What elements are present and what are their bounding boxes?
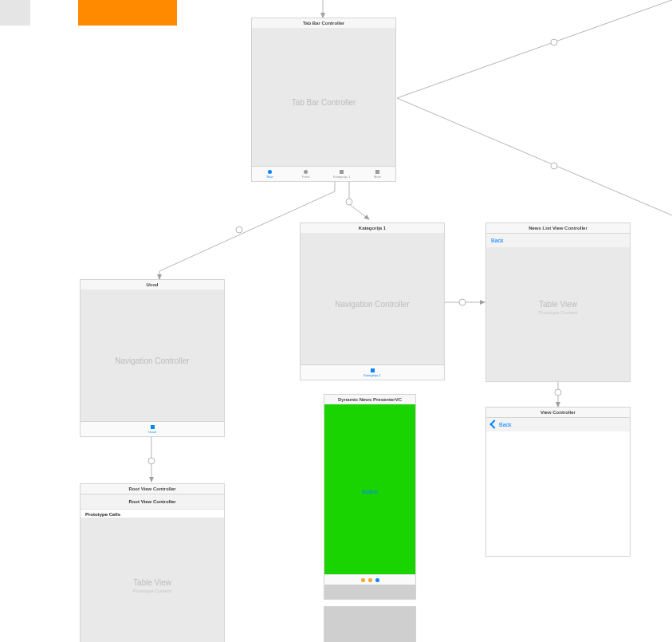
tab-item-3[interactable]: More — [360, 167, 395, 181]
tab-bar: Novi Feed Kategorija 1 More — [252, 166, 395, 181]
scene-title: Root View Controller — [81, 484, 224, 494]
chevron-left-icon — [489, 419, 498, 428]
tab-bar: Kategorija 1 — [301, 364, 444, 380]
tab-item-1[interactable]: Feed — [288, 167, 324, 181]
scene-partial-bottom[interactable] — [324, 606, 416, 642]
tab-icon — [371, 368, 375, 372]
scene-title: News List View Controller — [486, 223, 630, 234]
tab-icon — [151, 425, 155, 429]
swatch-orange — [78, 0, 177, 26]
button[interactable]: Button — [324, 489, 415, 494]
scene-nav-kategorija[interactable]: Kategorija 1 Navigation Controller Kateg… — [300, 223, 445, 380]
scene-title: View Controller — [486, 408, 630, 418]
page-dot-0 — [361, 578, 365, 582]
center-label: Tab Bar Controller — [252, 98, 395, 107]
swatch-grey — [0, 0, 30, 26]
scene-root-vc[interactable]: Root View Controller Root View Controlle… — [80, 483, 225, 642]
tab-icon-0 — [268, 170, 272, 174]
tab-icon-1 — [304, 170, 308, 174]
center-label: Navigation Controller — [81, 356, 224, 365]
svg-point-2 — [551, 39, 557, 45]
page-dot-1 — [368, 578, 372, 582]
svg-point-0 — [236, 226, 242, 233]
storyboard-canvas[interactable]: { "swatches": { "grey": "#e5e5e5", "oran… — [0, 0, 672, 642]
page-indicator — [324, 574, 415, 585]
svg-point-6 — [555, 389, 561, 396]
svg-point-5 — [459, 299, 466, 305]
scene-view-controller[interactable]: View Controller Back — [485, 407, 631, 557]
svg-point-1 — [346, 199, 352, 205]
scene-tab-bar-controller[interactable]: Tab Bar Controller Tab Bar Controller No… — [251, 18, 396, 182]
scene-dynamic-news[interactable]: Dynamic News PresenterVC Button — [324, 394, 416, 600]
tab-icon-3 — [375, 170, 379, 174]
back-button[interactable]: Back — [491, 418, 512, 432]
page-dot-2 — [375, 578, 379, 582]
svg-point-3 — [551, 163, 557, 169]
table-view-label: Table View Prototype Content — [486, 300, 630, 315]
back-button[interactable]: Back — [491, 234, 504, 248]
center-label: Navigation Controller — [301, 300, 444, 309]
tab-bar: Uvod — [81, 421, 224, 436]
tab-icon-2 — [340, 170, 344, 174]
table-view-label: Table View Prototype Content — [81, 578, 224, 593]
navigation-bar: Root View Controller — [81, 494, 224, 510]
scene-nav-uvod[interactable]: Uvod Navigation Controller Uvod — [80, 279, 225, 437]
tab-item-kategorija[interactable]: Kategorija 1 — [301, 365, 444, 380]
tab-item-0[interactable]: Novi — [252, 167, 288, 181]
tab-item-uvod[interactable]: Uvod — [81, 422, 224, 436]
svg-point-4 — [148, 458, 155, 464]
tab-item-2[interactable]: Kategorija 1 — [324, 167, 360, 181]
scene-news-list[interactable]: News List View Controller Back Table Vie… — [485, 223, 631, 382]
